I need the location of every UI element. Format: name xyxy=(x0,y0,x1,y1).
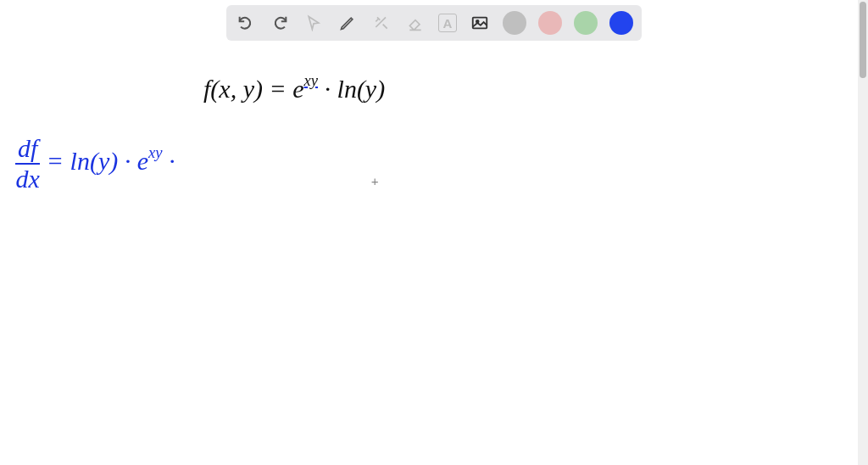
tools-icon[interactable] xyxy=(370,12,392,34)
color-green[interactable] xyxy=(574,11,598,35)
color-blue[interactable] xyxy=(609,11,633,35)
eraser-icon[interactable] xyxy=(404,12,426,34)
canvas-cursor-icon: + xyxy=(371,175,378,188)
textbox-icon[interactable]: A xyxy=(438,14,457,32)
fraction-numerator: df xyxy=(15,136,40,165)
color-gray[interactable] xyxy=(503,11,526,35)
toolbar: A xyxy=(226,5,642,41)
redo-icon[interactable] xyxy=(269,12,291,34)
equation-e: e xyxy=(292,75,303,103)
derivative-exponent: xy xyxy=(148,143,163,161)
fraction-denominator: dx xyxy=(15,165,40,192)
image-icon[interactable] xyxy=(469,12,491,34)
whiteboard-canvas[interactable]: f(x, y) = exy · ln(y) df dx = ln(y) · ex… xyxy=(0,46,858,465)
equation-ln: · ln(y) xyxy=(318,75,385,103)
derivative-line: df dx = ln(y) · exy · xyxy=(15,136,175,192)
derivative-rhs: = ln(y) · e xyxy=(40,147,148,175)
equation-main: f(x, y) = exy · ln(y) xyxy=(203,74,385,104)
vertical-scrollbar[interactable] xyxy=(858,0,868,465)
scroll-thumb[interactable] xyxy=(860,2,866,78)
pen-icon[interactable] xyxy=(337,12,359,34)
undo-icon[interactable] xyxy=(235,12,257,34)
equation-lhs: f(x, y) = xyxy=(203,75,292,103)
pointer-icon[interactable] xyxy=(303,12,325,34)
color-pink[interactable] xyxy=(538,11,562,35)
derivative-dot: · xyxy=(163,147,175,175)
equation-exponent: xy xyxy=(304,71,319,89)
derivative-fraction: df dx xyxy=(15,136,40,192)
